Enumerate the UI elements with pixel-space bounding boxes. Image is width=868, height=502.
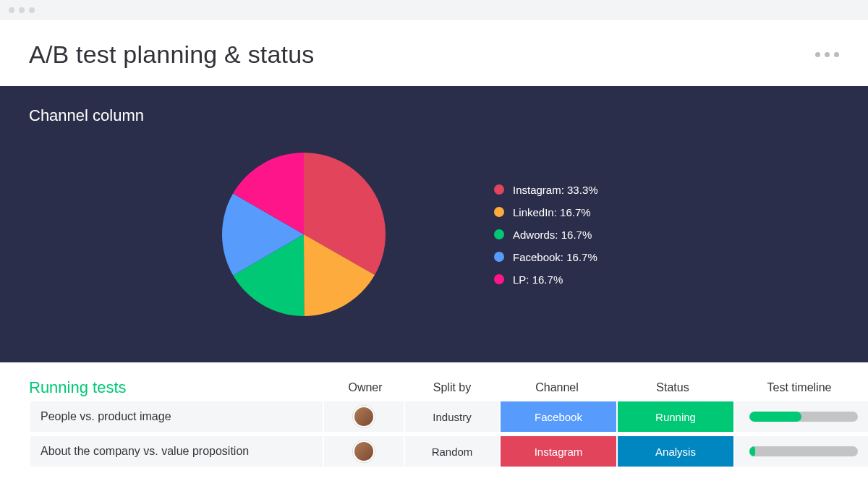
legend-swatch-icon bbox=[494, 229, 504, 239]
column-header-channel[interactable]: Channel bbox=[499, 381, 615, 394]
legend-item-instagram[interactable]: Instagram: 33.3% bbox=[494, 184, 646, 196]
group-title[interactable]: Running tests bbox=[29, 378, 326, 397]
legend-label: Instagram: 33.3% bbox=[513, 184, 598, 196]
legend-swatch-icon bbox=[494, 207, 504, 217]
traffic-light-dot bbox=[9, 7, 14, 13]
window-titlebar bbox=[0, 0, 868, 20]
column-header-split-by[interactable]: Split by bbox=[405, 381, 499, 394]
more-options-button[interactable] bbox=[815, 52, 839, 57]
legend-swatch-icon bbox=[494, 252, 504, 262]
timeline-fill bbox=[749, 412, 801, 422]
table-row[interactable]: People vs. product imageIndustryFacebook… bbox=[29, 401, 839, 432]
channel-cell[interactable]: Instagram bbox=[501, 436, 616, 467]
split-by-cell[interactable]: Industry bbox=[405, 401, 499, 432]
tests-table: Running tests Owner Split by Channel Sta… bbox=[0, 362, 868, 467]
legend-swatch-icon bbox=[494, 184, 504, 195]
channel-cell[interactable]: Facebook bbox=[501, 401, 616, 432]
table-header-row: Running tests Owner Split by Channel Sta… bbox=[29, 378, 839, 397]
legend-swatch-icon bbox=[494, 274, 504, 284]
timeline-bar bbox=[749, 446, 858, 456]
dots-icon bbox=[825, 52, 830, 57]
chart-title: Channel column bbox=[29, 106, 839, 125]
page-header: A/B test planning & status bbox=[0, 20, 868, 86]
traffic-light-dot bbox=[29, 7, 35, 13]
test-name-cell[interactable]: People vs. product image bbox=[30, 401, 323, 432]
legend-item-lp[interactable]: LP: 16.7% bbox=[494, 273, 646, 286]
legend-label: LP: 16.7% bbox=[513, 273, 563, 286]
status-cell[interactable]: Running bbox=[618, 401, 733, 432]
test-name-cell[interactable]: About the company vs. value proposition bbox=[30, 436, 323, 467]
pie-chart bbox=[222, 153, 386, 316]
owner-cell[interactable] bbox=[324, 401, 404, 432]
dots-icon bbox=[834, 52, 839, 57]
legend-item-linkedin[interactable]: LinkedIn: 16.7% bbox=[494, 206, 646, 218]
legend-label: LinkedIn: 16.7% bbox=[513, 206, 591, 218]
chart-legend: Instagram: 33.3%LinkedIn: 16.7%Adwords: … bbox=[494, 184, 646, 286]
chart-panel: Channel column Instagram: 33.3%LinkedIn:… bbox=[0, 86, 868, 362]
timeline-cell[interactable] bbox=[735, 436, 868, 467]
table-row[interactable]: About the company vs. value propositionR… bbox=[29, 436, 839, 467]
traffic-light-dot bbox=[19, 7, 25, 13]
avatar bbox=[353, 441, 375, 462]
split-by-cell[interactable]: Random bbox=[405, 436, 499, 467]
status-cell[interactable]: Analysis bbox=[618, 436, 733, 467]
legend-label: Adwords: 16.7% bbox=[513, 229, 592, 241]
timeline-bar bbox=[749, 412, 858, 422]
column-header-owner[interactable]: Owner bbox=[326, 381, 405, 394]
legend-item-facebook[interactable]: Facebook: 16.7% bbox=[494, 251, 646, 263]
timeline-fill bbox=[749, 446, 755, 456]
owner-cell[interactable] bbox=[324, 436, 404, 467]
legend-item-adwords[interactable]: Adwords: 16.7% bbox=[494, 229, 646, 241]
column-header-status[interactable]: Status bbox=[615, 381, 731, 394]
dots-icon bbox=[815, 52, 820, 57]
legend-label: Facebook: 16.7% bbox=[513, 251, 597, 263]
page-title: A/B test planning & status bbox=[29, 41, 315, 69]
timeline-cell[interactable] bbox=[735, 401, 868, 432]
avatar bbox=[353, 406, 375, 427]
column-header-timeline[interactable]: Test timeline bbox=[731, 381, 868, 394]
